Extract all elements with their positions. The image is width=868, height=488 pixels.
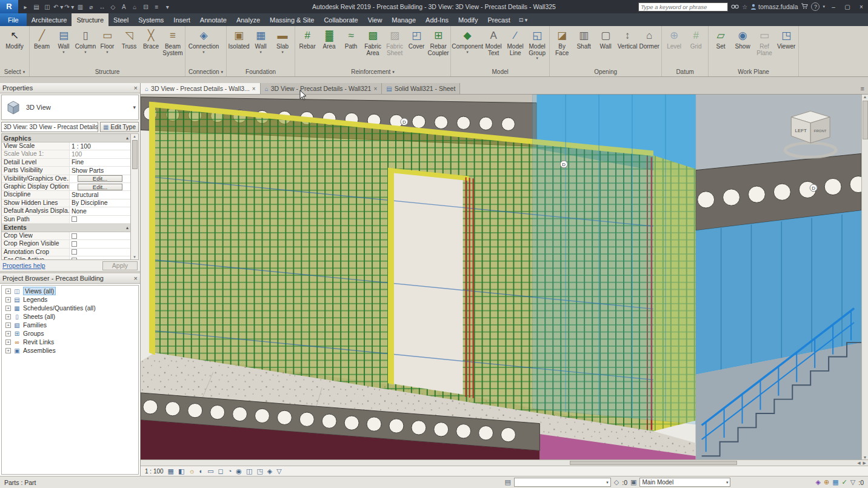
expand-icon[interactable]: + [5, 314, 11, 319]
panel-label-foundation[interactable]: Foundation [227, 67, 295, 76]
tree-label[interactable]: Assemblies [23, 347, 56, 354]
ribbon-tab-collaborate[interactable]: Collaborate [319, 13, 362, 26]
reveal-constraints-icon[interactable]: ▽ [276, 467, 281, 475]
wall-opening-button[interactable]: ▢Wall [595, 27, 616, 67]
area-button[interactable]: ▓Area [318, 27, 340, 67]
user-account[interactable]: tomasz.fudala [750, 3, 798, 10]
select-pinned-icon[interactable]: ⊕ [824, 478, 829, 486]
ribbon-tab-precast[interactable]: Precast [482, 13, 515, 26]
slab-dropdown-icon[interactable]: ▾ [281, 50, 283, 55]
view-tab-wall325[interactable]: ⌂3D View - Precast Details - Wall3...× [141, 83, 261, 94]
selection-filter-icon[interactable]: ▽ [850, 478, 855, 486]
truss-button[interactable]: ◹Truss [118, 27, 140, 67]
default-analysis-value[interactable]: None [70, 207, 130, 215]
show-button[interactable]: ◉Show [732, 27, 753, 67]
expand-icon[interactable]: + [5, 297, 11, 302]
measure-icon[interactable]: ⌀ [86, 4, 96, 10]
save-icon[interactable]: ◫ [42, 4, 52, 10]
model-canvas[interactable]: D D D LEFT FRONT [141, 95, 861, 460]
model-group-dropdown-icon[interactable]: ▾ [536, 56, 538, 61]
view-scale-value[interactable]: 1 : 100 [70, 142, 130, 150]
sign-in-star-icon[interactable]: ☆ [742, 4, 747, 10]
wall-foundation-dropdown-icon[interactable]: ▾ [259, 50, 261, 55]
wall-dropdown-icon[interactable]: ▾ [62, 50, 64, 55]
worksharing-display-icon[interactable]: ◫ [246, 467, 252, 475]
wall-foundation-button[interactable]: ▦Wall▾ [250, 27, 272, 67]
open-icon[interactable]: ▤ [32, 4, 41, 10]
design-option-select[interactable]: Main Model▾ [639, 478, 730, 487]
help-dropdown-icon[interactable]: ▾ [823, 4, 825, 9]
ribbon-tab-manage[interactable]: Manage [387, 13, 421, 26]
ribbon-tab-insert[interactable]: Insert [169, 13, 195, 26]
tree-item-families[interactable]: +▧Families [2, 321, 138, 329]
panel-label-opening[interactable]: Opening [550, 67, 661, 76]
visibility-graphics-edit-button[interactable]: Edit... [78, 175, 122, 182]
thin-lines-icon[interactable]: ≡ [152, 4, 161, 10]
tree-label[interactable]: Legends [23, 296, 47, 303]
ribbon-display-toggle-icon[interactable]: ⊡ ▾ [515, 13, 532, 26]
model-group-button[interactable]: ◱Model Group▾ [526, 27, 548, 67]
tab-list-icon[interactable]: ≡ [857, 83, 868, 94]
ribbon-tab-add-ins[interactable]: Add-Ins [421, 13, 453, 26]
expand-icon[interactable]: + [5, 331, 11, 336]
horizontal-scrollbar[interactable]: ◀▶ [141, 460, 868, 466]
close-tab-icon[interactable]: × [252, 85, 256, 92]
show-hidden-lines-value[interactable]: By Discipline [70, 199, 130, 207]
floor-dropdown-icon[interactable]: ▾ [106, 50, 108, 55]
minimize-button[interactable]: – [828, 4, 839, 10]
visual-style-icon[interactable]: ◧ [178, 467, 184, 475]
tree-label[interactable]: Schedules/Quantities (all) [23, 304, 96, 312]
type-dropdown-icon[interactable]: ▾ [133, 104, 136, 110]
component-dropdown-icon[interactable]: ▾ [466, 50, 468, 55]
tree-item-groups[interactable]: +⊞Groups [2, 329, 138, 338]
panel-label-select[interactable]: Select▾ [0, 67, 29, 76]
wall-button[interactable]: ▤Wall▾ [53, 27, 75, 67]
tree-label[interactable]: Revit Links [23, 338, 54, 346]
project-browser-close-icon[interactable]: × [134, 275, 138, 282]
help-icon[interactable]: ? [811, 2, 820, 11]
select-links-icon[interactable]: ◈ [815, 478, 820, 486]
by-face-button[interactable]: ◪By Face [551, 27, 573, 67]
set-button[interactable]: ▱Set [710, 27, 732, 67]
ribbon-tab-steel[interactable]: Steel [109, 13, 133, 26]
connection-button[interactable]: ◈Connection▾ [187, 27, 221, 67]
workset-select[interactable]: ▾ [514, 478, 611, 487]
floor-button[interactable]: ▭Floor▾ [96, 27, 118, 67]
expand-icon[interactable]: + [5, 289, 11, 294]
model-text-button[interactable]: AModel Text [482, 27, 504, 67]
panel-label-structure[interactable]: Structure [30, 67, 185, 76]
text-icon[interactable]: A [119, 4, 129, 10]
isolated-button[interactable]: ▣Isolated [228, 27, 250, 67]
expand-icon[interactable]: + [5, 323, 11, 328]
default-3d-view-icon[interactable]: ⌂ [130, 4, 139, 10]
tree-item-views[interactable]: +◫Views (all) [2, 287, 138, 295]
design-options-icon[interactable]: ▣ [630, 478, 636, 486]
panel-label-model[interactable]: Model [451, 67, 549, 76]
detail-level-icon[interactable]: ▦ [168, 467, 174, 475]
apply-button[interactable]: Apply [102, 261, 138, 270]
ribbon-tab-architecture[interactable]: Architecture [27, 13, 72, 26]
brace-button[interactable]: ╳Brace [140, 27, 162, 67]
help-search-input[interactable] [638, 2, 728, 12]
column-dropdown-icon[interactable]: ▾ [84, 50, 86, 55]
expand-icon[interactable]: + [5, 306, 11, 311]
editable-only-icon[interactable]: ◇ [614, 478, 619, 486]
properties-close-icon[interactable]: × [134, 84, 138, 92]
fabric-area-button[interactable]: ▩Fabric Area [362, 27, 384, 67]
tree-label[interactable]: Sheets (all) [23, 313, 55, 320]
close-tab-icon[interactable]: × [373, 85, 377, 92]
glass-panel-front[interactable] [532, 95, 695, 424]
temporary-view-properties-icon[interactable]: ◳ [256, 467, 262, 475]
ribbon-tab-file[interactable]: File [0, 13, 27, 26]
beam-button[interactable]: ╱Beam [31, 27, 53, 67]
ribbon-tab-analyze[interactable]: Analyze [232, 13, 265, 26]
tree-item-schedules[interactable]: +▦Schedules/Quantities (all) [2, 304, 138, 312]
undo-icon[interactable]: ↶ ▾ [53, 4, 63, 10]
tree-label[interactable]: Families [23, 321, 47, 329]
rebar-coupler-button[interactable]: ⊞Rebar Coupler [427, 27, 449, 67]
section-extents[interactable]: Extents▴ [2, 224, 130, 232]
maximize-button[interactable]: ▢ [842, 4, 853, 10]
file-arrow-icon[interactable]: ▸ [21, 4, 30, 10]
select-underlay-icon[interactable]: ▦ [832, 478, 838, 486]
drag-on-selection-icon[interactable]: ✓ [842, 478, 847, 486]
